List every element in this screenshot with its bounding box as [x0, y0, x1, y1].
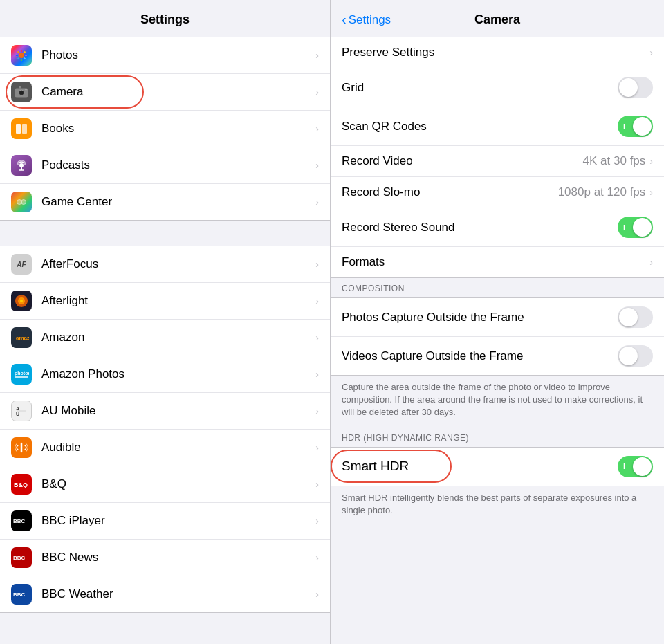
grid-toggle[interactable] — [618, 77, 653, 98]
svg-rect-15 — [16, 124, 21, 134]
aumobile-label: AU Mobile — [42, 404, 315, 418]
photos-icon — [11, 45, 32, 66]
hdr-header: HDR (HIGH DYNAMIC RANGE) — [331, 427, 664, 447]
record-slomo-item[interactable]: Record Slo-mo 1080p at 120 fps › — [331, 177, 664, 208]
record-video-item[interactable]: Record Video 4K at 30 fps › — [331, 146, 664, 177]
photos-chevron: › — [315, 50, 319, 61]
scan-qr-toggle-knob — [633, 117, 652, 136]
grid-label: Grid — [342, 81, 618, 95]
preserve-settings-chevron: › — [649, 47, 653, 58]
grid-item[interactable]: Grid — [331, 68, 664, 107]
bq-label: B&Q — [42, 477, 315, 491]
section-gap-1 — [0, 221, 330, 246]
sidebar-item-bbcweather[interactable]: BBC BBC Weather › — [0, 576, 330, 612]
sidebar-item-amazon[interactable]: amazon Amazon › — [0, 320, 330, 356]
preserve-settings-item[interactable]: Preserve Settings › — [331, 37, 664, 68]
sidebar-item-books[interactable]: Books › — [0, 111, 330, 147]
aumobile-chevron: › — [315, 405, 319, 416]
record-slomo-value: 1080p at 120 fps — [558, 185, 646, 199]
sidebar-item-bbcnews[interactable]: BBC BBC News › — [0, 540, 330, 576]
podcasts-chevron: › — [315, 160, 319, 171]
record-slomo-label: Record Slo-mo — [342, 185, 558, 199]
formats-label: Formats — [342, 255, 649, 269]
bbcnews-label: BBC News — [42, 551, 315, 564]
sidebar-item-podcasts[interactable]: Podcasts › — [0, 147, 330, 184]
bbcnews-chevron: › — [315, 552, 319, 563]
svg-point-24 — [20, 300, 23, 302]
sidebar-item-bbciplayer[interactable]: BBC BBC iPlayer › — [0, 503, 330, 540]
hdr-footer: Smart HDR intelligently blends the best … — [331, 486, 664, 525]
svg-text:BBC: BBC — [13, 518, 26, 524]
amazonphotos-icon: photos — [11, 364, 32, 385]
record-stereo-toggle-knob — [633, 218, 652, 237]
svg-point-14 — [26, 89, 27, 91]
svg-line-9 — [18, 57, 19, 59]
svg-point-1 — [19, 53, 24, 58]
books-label: Books — [42, 122, 315, 136]
sidebar-item-photos[interactable]: Photos › — [0, 37, 330, 74]
photos-label: Photos — [42, 48, 315, 62]
bq-chevron: › — [315, 479, 319, 490]
sidebar-item-gamecenter[interactable]: Game Center › — [0, 184, 330, 220]
sidebar-item-aumobile[interactable]: A U AU Mobile › — [0, 393, 330, 430]
record-stereo-toggle[interactable]: I — [618, 217, 653, 238]
smart-hdr-label: Smart HDR — [342, 459, 618, 474]
composition-footer: Capture the area outside the frame of th… — [331, 376, 664, 427]
camera-icon — [11, 82, 32, 102]
bbcweather-chevron: › — [315, 589, 319, 600]
scan-qr-toggle[interactable]: I — [618, 116, 653, 137]
back-button[interactable]: ‹ Settings — [342, 12, 391, 28]
left-panel: Settings — [0, 0, 331, 644]
right-panel-title: Camera — [474, 12, 520, 27]
system-apps-list: Photos › Camera › — [0, 37, 330, 221]
bbciplayer-chevron: › — [315, 515, 319, 526]
smart-hdr-item[interactable]: Smart HDR I — [331, 448, 664, 486]
afterfocus-chevron: › — [315, 259, 319, 270]
formats-item[interactable]: Formats › — [331, 247, 664, 277]
afterlight-label: Afterlight — [42, 294, 315, 308]
smart-hdr-toggle[interactable]: I — [618, 456, 653, 477]
sidebar-item-afterfocus[interactable]: AF AfterFocus › — [0, 246, 330, 283]
svg-rect-16 — [22, 124, 27, 134]
afterfocus-icon: AF — [11, 254, 32, 275]
audible-icon — [11, 437, 32, 458]
sidebar-item-afterlight[interactable]: Afterlight › — [0, 283, 330, 320]
apps-section: AF AfterFocus › Afterlight › — [0, 246, 330, 613]
grid-toggle-knob — [619, 78, 638, 97]
system-apps-section: Photos › Camera › — [0, 37, 330, 221]
left-panel-title: Settings — [0, 0, 330, 37]
scan-qr-item[interactable]: Scan QR Codes I — [331, 107, 664, 146]
videos-capture-toggle[interactable] — [618, 345, 653, 367]
sidebar-item-camera[interactable]: Camera › — [0, 74, 330, 111]
sidebar-item-amazonphotos[interactable]: photos Amazon Photos › — [0, 356, 330, 393]
right-content: Preserve Settings › Grid Scan QR Codes I… — [331, 37, 664, 644]
apps-list: AF AfterFocus › Afterlight › — [0, 246, 330, 613]
svg-point-12 — [20, 91, 24, 95]
sidebar-item-audible[interactable]: Audible › — [0, 430, 330, 466]
svg-text:photos: photos — [15, 371, 29, 376]
audible-chevron: › — [315, 442, 319, 453]
svg-line-8 — [24, 52, 25, 53]
amazonphotos-label: Amazon Photos — [42, 367, 315, 381]
hdr-items: Smart HDR I — [331, 447, 664, 486]
svg-point-21 — [21, 200, 26, 205]
bq-icon: B&Q — [11, 474, 32, 495]
record-stereo-item[interactable]: Record Stereo Sound I — [331, 208, 664, 247]
afterlight-chevron: › — [315, 295, 319, 306]
record-video-label: Record Video — [342, 154, 583, 168]
right-panel: ‹ Settings Camera Preserve Settings › Gr… — [331, 0, 664, 644]
videos-capture-item[interactable]: Videos Capture Outside the Frame — [331, 337, 664, 375]
composition-items: Photos Capture Outside the Frame Videos … — [331, 297, 664, 376]
svg-point-17 — [19, 163, 24, 167]
gamecenter-label: Game Center — [42, 195, 315, 209]
amazon-chevron: › — [315, 332, 319, 343]
sidebar-item-bq[interactable]: B&Q B&Q › — [0, 466, 330, 503]
photos-capture-item[interactable]: Photos Capture Outside the Frame — [331, 298, 664, 337]
bbciplayer-icon: BBC — [11, 510, 32, 531]
amazon-icon: amazon — [11, 327, 32, 348]
books-icon — [11, 118, 32, 139]
gamecenter-chevron: › — [315, 196, 319, 208]
audible-label: Audible — [42, 441, 315, 454]
photos-capture-toggle[interactable] — [618, 306, 653, 328]
back-chevron-icon: ‹ — [342, 12, 347, 28]
